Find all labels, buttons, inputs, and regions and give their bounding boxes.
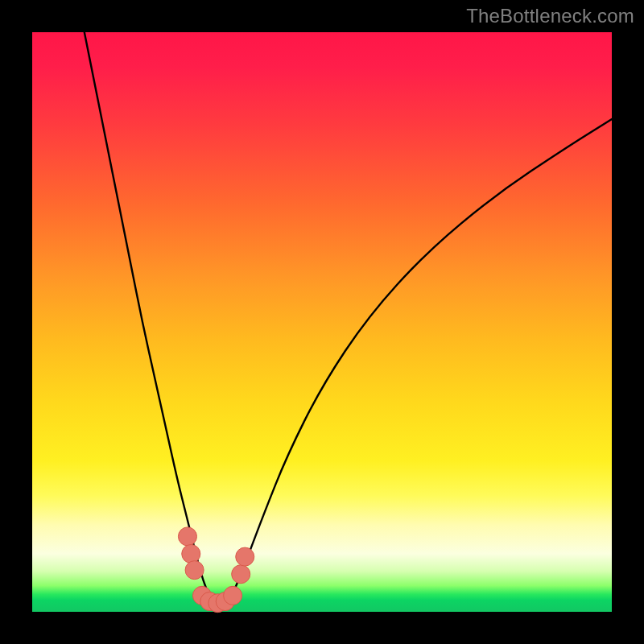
curve-marker bbox=[232, 565, 250, 584]
curve-marker bbox=[178, 527, 196, 546]
watermark-text: TheBottleneck.com bbox=[466, 5, 634, 27]
curve-layer bbox=[32, 32, 612, 612]
bottleneck-curve bbox=[85, 32, 612, 605]
curve-markers bbox=[178, 527, 254, 613]
plot-area bbox=[32, 32, 612, 612]
curve-marker bbox=[182, 544, 200, 563]
chart-root: TheBottleneck.com bbox=[0, 0, 644, 644]
curve-marker bbox=[224, 586, 242, 605]
curve-marker bbox=[185, 561, 204, 580]
curve-marker bbox=[236, 547, 254, 566]
